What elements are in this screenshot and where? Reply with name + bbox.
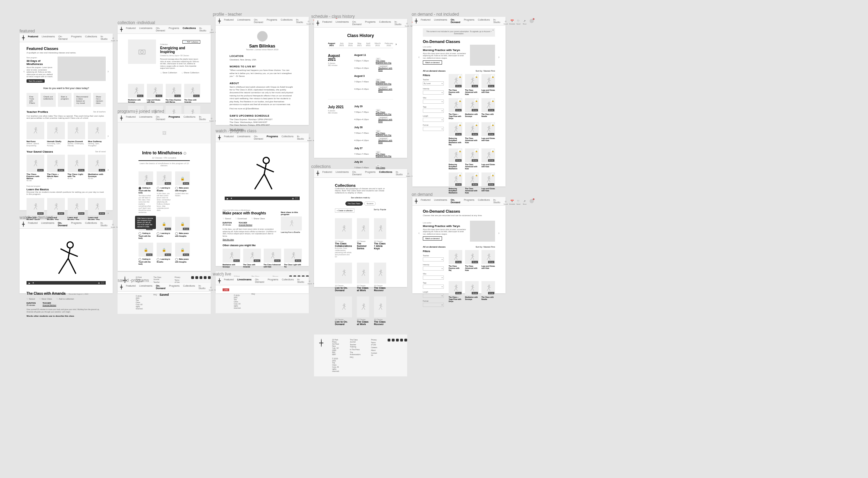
- collection-card[interactable]: 12 ClassesThe Class Recover: [374, 263, 386, 292]
- saved-icon[interactable]: ♡Saved: [517, 200, 520, 203]
- class-name-link[interactable]: The Class Express with Raj: [376, 111, 391, 115]
- cta-box[interactable]: Check out collections: [40, 93, 56, 107]
- class-card[interactable]: 45 minThe Class Express with Marisa45 mi…: [27, 155, 44, 182]
- nav-item-programs[interactable]: Programs: [267, 19, 277, 23]
- nav-item-featured[interactable]: Featured: [322, 21, 332, 25]
- footer-link[interactable]: Privacy: [174, 276, 181, 278]
- social-icon[interactable]: [191, 276, 194, 279]
- nav-item-featured[interactable]: Featured: [322, 171, 332, 176]
- class-card[interactable]: 🔒45 minBalancing BodyMeet Meditation: [449, 148, 462, 170]
- nav-item-livestreams[interactable]: Livestreams: [41, 222, 54, 227]
- logo-icon[interactable]: [23, 221, 24, 227]
- nav-item-livestreams[interactable]: Livestreams: [42, 35, 55, 40]
- month-tab[interactable]: June2021: [348, 42, 353, 46]
- nav-item-in-studio[interactable]: In-Studio: [100, 35, 107, 40]
- action-add-to-collection[interactable]: ♡ Add to collection: [56, 297, 74, 300]
- nav-item-in-studio[interactable]: In-Studio: [297, 278, 304, 283]
- search-icon[interactable]: ⌕Search: [210, 28, 213, 31]
- nav-item-in-studio[interactable]: In-Studio: [199, 116, 206, 120]
- nav-item-in-studio[interactable]: In-Studio: [395, 21, 402, 25]
- nav-item-collections[interactable]: Collections: [183, 285, 195, 289]
- class-name-link[interactable]: The Class Express with Raj: [376, 132, 391, 136]
- action-save-collection[interactable]: ♡ Save Collection: [160, 72, 177, 74]
- nav-item-programs[interactable]: Programs: [71, 222, 81, 227]
- social-icon[interactable]: [204, 276, 207, 279]
- see-all-link[interactable]: See all saved: [95, 150, 106, 153]
- cta-box[interactable]: Recommend a class based on my mood: [74, 93, 91, 107]
- filter-format[interactable]: Format▾: [423, 300, 444, 307]
- nav-item-programs[interactable]: Programs: [169, 27, 179, 32]
- filter-length[interactable]: Length▾: [423, 291, 444, 298]
- nav-item-in-studio[interactable]: In-Studio: [493, 19, 500, 23]
- social-icon[interactable]: [200, 276, 202, 279]
- class-name-link[interactable]: The Class Express with Raj: [376, 153, 391, 157]
- arrow-right-icon[interactable]: ›: [106, 211, 110, 215]
- action-download[interactable]: ♡ Download: [235, 217, 247, 220]
- class-card[interactable]: 45 minThe Class Express with Raj: [449, 250, 462, 278]
- tab-team[interactable]: The Class Team: [345, 201, 363, 206]
- search-icon[interactable]: ⌕Search: [504, 20, 507, 22]
- pdf-button[interactable]: 📄 PDF Collection: [182, 40, 200, 44]
- class-card[interactable]: 🔒45 minThe Class Advanced with Kate: [465, 148, 479, 170]
- arrow-right-icon[interactable]: ›: [106, 69, 110, 73]
- nav-item-livestreams[interactable]: Livestreams: [237, 135, 250, 140]
- nav-item-in-studio[interactable]: In-Studio: [199, 285, 205, 289]
- filter-select[interactable]: ▾: [423, 275, 444, 280]
- filter-teacher[interactable]: TeacherBy Level▾: [423, 79, 444, 86]
- social-icon[interactable]: [396, 339, 399, 341]
- video-controls[interactable]: ▶⏸⚙⛶: [27, 281, 106, 285]
- class-card[interactable]: 45 minMeditation with Soozaya45 min: [88, 155, 106, 182]
- search-icon[interactable]: ⌕Search: [406, 22, 409, 24]
- class-name-link[interactable]: Meditation with Emir: [378, 88, 392, 92]
- nav-item-on-demand[interactable]: On-Demand: [352, 21, 361, 25]
- sort-select[interactable]: Sort by: Newest First: [476, 70, 495, 72]
- nav-item-featured[interactable]: Featured: [126, 116, 136, 120]
- logo-icon[interactable]: [321, 339, 322, 347]
- filter-select[interactable]: ▾: [423, 109, 444, 113]
- class-card[interactable]: 45 minThe Class Light with Tia: [284, 249, 302, 268]
- nav-item-programs[interactable]: Programs: [365, 21, 375, 25]
- nav-item-featured[interactable]: Featured: [126, 27, 136, 32]
- teacher-card[interactable]: Moe GuillerayHealing, Open, Thoughtful: [88, 122, 106, 147]
- nav-item-collections[interactable]: Collections: [184, 116, 195, 120]
- social-icon[interactable]: [208, 276, 211, 279]
- social-link[interactable]: Find me more at @SamBilinkas: [230, 107, 295, 110]
- class-name-link[interactable]: Meditation with Emir: [378, 118, 392, 123]
- filter-tags[interactable]: Tags▾: [423, 106, 444, 113]
- nav-item-featured[interactable]: Featured: [224, 278, 234, 283]
- sort-select[interactable]: Sort by: Newest First: [476, 246, 495, 248]
- cta-box[interactable]: Fine Tune with Filters: [27, 93, 38, 107]
- social-icon[interactable]: [400, 339, 403, 341]
- logo-icon[interactable]: [219, 135, 220, 140]
- nav-item-collections[interactable]: Collections: [379, 171, 392, 176]
- arrow-right-icon[interactable]: ›: [497, 231, 501, 235]
- collection-card[interactable]: 12 ClassesThe Class at Work: [357, 296, 369, 325]
- nav-item-featured[interactable]: Featured: [126, 285, 136, 289]
- nav-item-on-demand[interactable]: On-Demand: [156, 116, 165, 120]
- nav-item-collections[interactable]: Collections: [282, 135, 293, 140]
- class-name-link[interactable]: The Class Express with Raj: [376, 60, 391, 64]
- logo-icon[interactable]: [121, 284, 122, 290]
- sort-select[interactable]: Sort by: Popular: [374, 208, 386, 213]
- nav-item-programs[interactable]: Programs: [464, 199, 474, 204]
- nav-item-in-studio[interactable]: In-Studio: [493, 199, 500, 204]
- footer-link[interactable]: The Class Journal: [154, 276, 164, 280]
- month-tab[interactable]: August2021: [328, 42, 335, 46]
- footer-link[interactable]: The Ambassadors: [350, 351, 361, 355]
- class-card[interactable]: 🔒45 minLegs and Glutes with Kate: [481, 148, 495, 170]
- search-icon[interactable]: ⌕Search: [112, 223, 114, 226]
- class-card[interactable]: 🔒45 minMeditation with Soozaya: [465, 98, 479, 119]
- nav-item-on-demand[interactable]: On-Demand: [451, 19, 461, 23]
- arrow-right-icon[interactable]: ›: [106, 134, 110, 138]
- filter-teacher[interactable]: Teacher▾: [423, 255, 444, 262]
- footer-link[interactable]: The Class Journal: [350, 339, 361, 343]
- class-name-link[interactable]: Meditation with Emir: [378, 139, 392, 144]
- info-icon[interactable]: ⓘ: [184, 152, 186, 155]
- search-icon[interactable]: ⌕Search: [308, 136, 311, 139]
- filter-intensity[interactable]: Intensity▾: [423, 88, 444, 95]
- action-share-class[interactable]: ♡ Share Class: [251, 217, 265, 220]
- share-icon[interactable]: ↗Share: [523, 20, 526, 22]
- close-icon[interactable]: ×: [492, 29, 494, 31]
- filter-select[interactable]: ▾: [423, 303, 444, 307]
- nav-item-on-demand[interactable]: On-Demand: [451, 199, 461, 204]
